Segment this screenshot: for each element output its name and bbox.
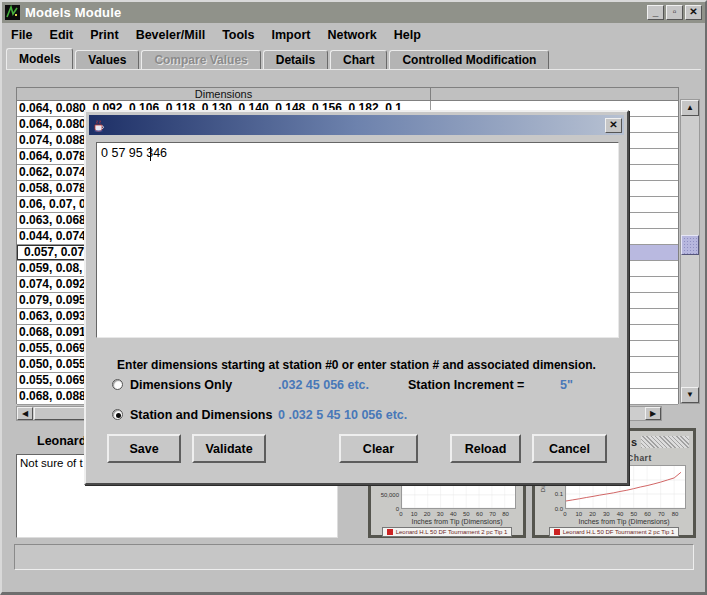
- station-and-dimensions-radio[interactable]: [112, 409, 123, 420]
- chart-legend: Leonard H.L 50 DF Tournament 2 pc Tip 1: [549, 527, 680, 537]
- vertical-scrollbar[interactable]: ▲ ▼: [680, 99, 700, 404]
- dimensions-only-label[interactable]: Dimensions Only: [130, 378, 232, 392]
- dimensions-only-radio[interactable]: [112, 379, 123, 390]
- window-title: Models Module: [25, 5, 122, 20]
- dimensions-only-example: .032 45 056 etc.: [278, 378, 369, 392]
- tab-models[interactable]: Models: [6, 48, 73, 70]
- station-increment-value: 5": [560, 378, 573, 392]
- scroll-down-icon[interactable]: ▼: [681, 387, 699, 403]
- chart-x-ticks: 01020304050607080: [401, 511, 516, 518]
- reload-button[interactable]: Reload: [450, 434, 521, 463]
- cancel-button[interactable]: Cancel: [532, 434, 607, 463]
- tab-bar: Models Values Compare Values Details Cha…: [6, 48, 705, 70]
- tab-compare-values: Compare Values: [141, 50, 260, 70]
- chart-legend: Leonard H.L 50 DF Tournament 2 pc Tip 1: [382, 527, 513, 537]
- tab-chart[interactable]: Chart: [330, 50, 387, 70]
- text-caret: [150, 147, 151, 161]
- menu-import[interactable]: Import: [272, 28, 311, 42]
- dimensions-input-textarea[interactable]: 0 57 95 346: [96, 142, 619, 338]
- dialog-instruction-text: Enter dimensions starting at station #0 …: [86, 358, 627, 372]
- app-window: Models Module _ ▫ ✕ File Edit Print Beve…: [0, 0, 707, 595]
- chart-x-ticks: 01020304050607080: [565, 511, 686, 518]
- menu-beveler-mill[interactable]: Beveler/Mill: [136, 28, 205, 42]
- hatch-texture: [641, 436, 689, 448]
- chart-x-axis-label: Inches from Tip (Dimensions): [555, 518, 693, 525]
- tab-details[interactable]: Details: [263, 50, 328, 70]
- tab-controlled-modification[interactable]: Controlled Modification: [389, 50, 549, 70]
- app-icon: [5, 5, 20, 20]
- legend-swatch-icon: [554, 529, 560, 535]
- title-bar: Models Module _ ▫ ✕: [2, 2, 705, 23]
- model-name-label: Leonard: [37, 434, 86, 448]
- scroll-right-icon[interactable]: ▶: [645, 407, 661, 420]
- chart-x-axis-label: Inches from Tip (Dimensions): [391, 518, 523, 525]
- vertical-scrollbar-thumb[interactable]: [681, 235, 699, 255]
- dialog-close-icon[interactable]: ✕: [605, 118, 622, 133]
- menu-edit[interactable]: Edit: [50, 28, 74, 42]
- station-and-dimensions-example: 0 .032 5 45 10 056 etc.: [278, 408, 407, 422]
- dimensions-column-header[interactable]: Dimensions: [17, 88, 431, 100]
- menu-help[interactable]: Help: [394, 28, 421, 42]
- menu-network[interactable]: Network: [327, 28, 376, 42]
- status-bar: [14, 544, 694, 570]
- menu-file[interactable]: File: [11, 28, 33, 42]
- menu-print[interactable]: Print: [90, 28, 118, 42]
- dimensions-entry-dialog: ✕ 0 57 95 346 Enter dimensions starting …: [84, 110, 629, 485]
- scroll-up-icon[interactable]: ▲: [681, 100, 699, 116]
- menu-tools[interactable]: Tools: [222, 28, 254, 42]
- station-increment-label: Station Increment =: [408, 378, 524, 392]
- table-header-row: Dimensions: [17, 88, 678, 101]
- java-cup-icon: [91, 118, 106, 133]
- legend-swatch-icon: [387, 529, 393, 535]
- close-button[interactable]: ✕: [685, 5, 702, 20]
- empty-column-header: [431, 88, 678, 100]
- validate-button[interactable]: Validate: [192, 434, 266, 463]
- tab-values[interactable]: Values: [75, 50, 139, 70]
- scroll-left-icon[interactable]: ◀: [17, 407, 33, 420]
- save-button[interactable]: Save: [107, 434, 181, 463]
- clear-button[interactable]: Clear: [339, 434, 418, 463]
- maximize-button[interactable]: ▫: [666, 5, 683, 20]
- minimize-button[interactable]: _: [647, 5, 664, 20]
- station-and-dimensions-label[interactable]: Station and Dimensions: [130, 408, 272, 422]
- dialog-title-bar: ✕: [89, 115, 624, 135]
- menu-bar: File Edit Print Beveler/Mill Tools Impor…: [2, 24, 705, 46]
